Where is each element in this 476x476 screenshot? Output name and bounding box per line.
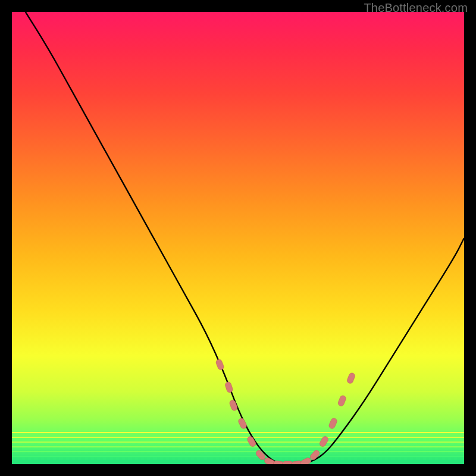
curve-marker xyxy=(255,449,266,461)
curve-marker xyxy=(337,394,347,406)
watermark-text: TheBottleneck.com xyxy=(364,1,468,15)
curve-group xyxy=(26,12,464,464)
curve-marker xyxy=(319,436,330,448)
chart-frame: TheBottleneck.com xyxy=(0,0,476,476)
bottleneck-curve xyxy=(26,12,464,464)
curve-marker xyxy=(300,457,312,464)
curve-marker xyxy=(328,417,337,430)
curve-marker xyxy=(346,372,356,384)
curve-marker xyxy=(229,399,239,411)
plot-area xyxy=(12,12,464,464)
marker-group xyxy=(215,359,356,464)
curve-marker xyxy=(224,381,233,393)
curve-marker xyxy=(237,417,248,430)
curve-svg xyxy=(12,12,464,464)
curve-marker xyxy=(309,449,320,461)
curve-marker xyxy=(215,359,225,371)
